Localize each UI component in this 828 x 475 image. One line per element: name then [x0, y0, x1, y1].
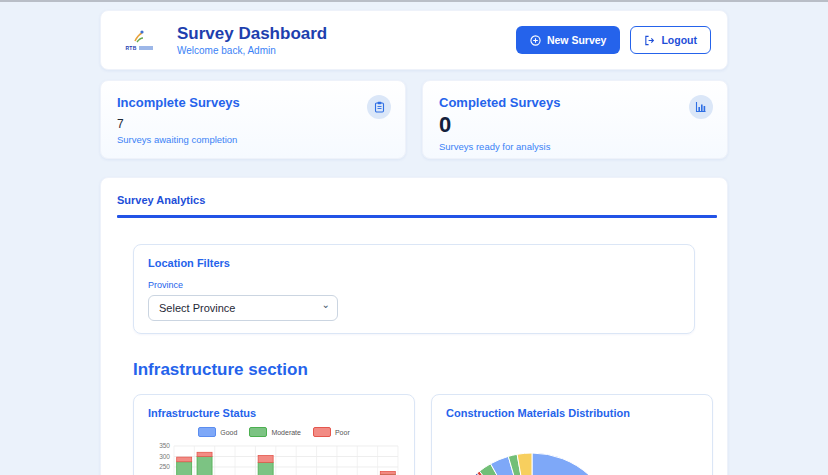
welcome-subtitle: Welcome back, Admin: [177, 45, 516, 56]
construction-materials-pie-chart[interactable]: [446, 427, 698, 475]
logo-figure-icon: [129, 29, 149, 45]
page-title: Survey Dashboard: [177, 24, 516, 44]
logo-wordmark-lines: [139, 46, 153, 51]
header-card: RTB Survey Dashboard Welcome back, Admin…: [100, 10, 728, 70]
location-filters-card: Location Filters Province Select Provinc…: [133, 244, 695, 334]
infrastructure-status-title: Infrastructure Status: [148, 407, 400, 419]
legend-item[interactable]: Poor: [313, 427, 350, 437]
incomplete-surveys-card: Incomplete Surveys 7 Surveys awaiting co…: [100, 80, 406, 159]
logout-label: Logout: [661, 34, 697, 46]
province-label: Province: [148, 280, 680, 290]
legend-swatch: [249, 427, 267, 437]
logout-icon: [644, 35, 655, 46]
tab-survey-analytics[interactable]: Survey Analytics: [101, 194, 221, 215]
title-block: Survey Dashboard Welcome back, Admin: [177, 24, 516, 57]
svg-text:300: 300: [159, 453, 170, 460]
survey-analytics-card: Survey Analytics Location Filters Provin…: [100, 177, 728, 475]
legend-swatch: [313, 427, 331, 437]
plus-circle-icon: [530, 35, 541, 46]
incomplete-surveys-value: 7: [117, 117, 389, 131]
completed-surveys-title: Completed Surveys: [439, 95, 711, 110]
legend-item[interactable]: Good: [198, 427, 237, 437]
legend-label: Good: [220, 429, 237, 436]
page-container: RTB Survey Dashboard Welcome back, Admin…: [100, 2, 728, 475]
logout-button[interactable]: Logout: [630, 26, 711, 54]
svg-text:350: 350: [159, 442, 170, 449]
legend-label: Poor: [335, 429, 350, 436]
rtb-logo: RTB: [117, 29, 161, 51]
new-survey-button[interactable]: New Survey: [516, 26, 621, 54]
new-survey-label: New Survey: [547, 34, 607, 46]
logo-label: RTB: [125, 45, 152, 51]
completed-surveys-card: Completed Surveys 0 Surveys ready for an…: [422, 80, 728, 159]
svg-text:250: 250: [159, 463, 170, 470]
completed-surveys-caption: Surveys ready for analysis: [439, 141, 711, 152]
legend-swatch: [198, 427, 216, 437]
clipboard-icon: [367, 95, 391, 119]
incomplete-surveys-title: Incomplete Surveys: [117, 95, 389, 110]
analytics-body: Location Filters Province Select Provinc…: [101, 218, 727, 475]
charts-row: Infrastructure Status GoodModeratePoor 5…: [133, 394, 695, 475]
legend-label: Moderate: [271, 429, 301, 436]
bar-chart-legend: GoodModeratePoor: [148, 427, 400, 437]
incomplete-surveys-caption: Surveys awaiting completion: [117, 134, 389, 145]
construction-materials-card: Construction Materials Distribution Burn…: [431, 394, 713, 475]
infrastructure-section-title: Infrastructure section: [133, 360, 695, 380]
infrastructure-status-card: Infrastructure Status GoodModeratePoor 5…: [133, 394, 415, 475]
province-select-wrap: Select Province ⌄: [148, 295, 338, 321]
header-actions: New Survey Logout: [516, 26, 711, 54]
construction-materials-title: Construction Materials Distribution: [446, 407, 698, 419]
legend-item[interactable]: Moderate: [249, 427, 301, 437]
location-filters-title: Location Filters: [148, 257, 680, 269]
completed-surveys-value: 0: [439, 112, 711, 138]
bar-chart-icon: [689, 95, 713, 119]
province-select[interactable]: Select Province: [148, 295, 338, 321]
infrastructure-status-bar-chart[interactable]: 50100150200250300350: [148, 440, 400, 475]
stats-row: Incomplete Surveys 7 Surveys awaiting co…: [100, 80, 728, 159]
